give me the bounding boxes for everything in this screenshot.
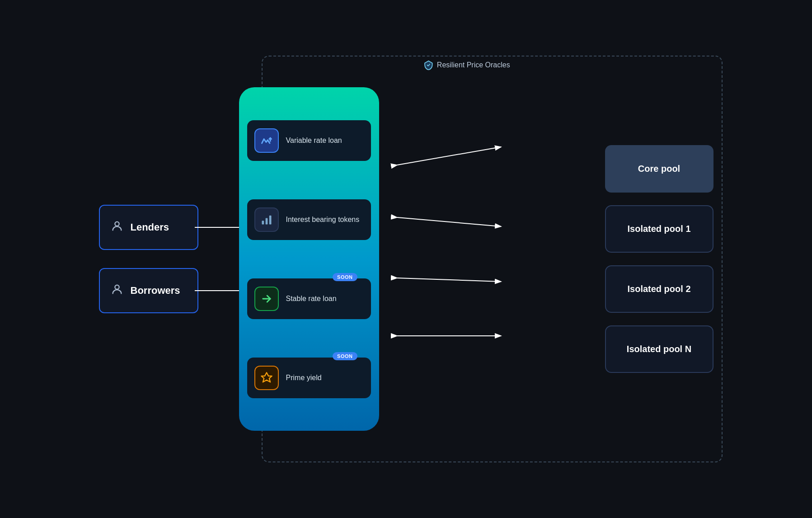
isolated-pool-2-label: Isolated pool 2 xyxy=(627,284,690,294)
svg-rect-12 xyxy=(269,215,271,224)
isolated-pool-2-card: Isolated pool 2 xyxy=(605,265,713,313)
isolated-pool-n-card: Isolated pool N xyxy=(605,325,713,373)
stable-rate-icon-box xyxy=(254,287,279,311)
oracle-text: Resilient Price Oracles xyxy=(437,61,510,69)
feature-interest-bearing: Interest bearing tokens xyxy=(247,199,371,240)
stable-rate-soon-badge: SOON xyxy=(333,273,357,281)
interest-bearing-label: Interest bearing tokens xyxy=(286,216,360,224)
variable-rate-icon-box xyxy=(254,128,279,153)
feature-variable-rate: Variable rate loan xyxy=(247,120,371,161)
prime-yield-icon-box xyxy=(254,366,279,390)
prime-yield-soon-badge: SOON xyxy=(333,352,357,360)
stable-rate-label: Stable rate loan xyxy=(286,295,337,303)
core-pool-card: Core pool xyxy=(605,145,713,193)
user-icon-lenders xyxy=(111,220,123,235)
feature-stable-rate: SOON Stable rate loan xyxy=(247,278,371,319)
pools-panel: Core pool Isolated pool 1 Isolated pool … xyxy=(605,145,713,373)
svg-rect-10 xyxy=(262,221,264,224)
variable-rate-label: Variable rate loan xyxy=(286,137,342,145)
center-panel: Variable rate loan Interest bearing toke… xyxy=(239,87,379,431)
isolated-pool-1-card: Isolated pool 1 xyxy=(605,205,713,253)
prime-yield-label: Prime yield xyxy=(286,374,322,382)
borrowers-card: Borrowers xyxy=(99,268,198,313)
users-panel: Lenders Borrowers xyxy=(99,205,198,313)
lenders-label: Lenders xyxy=(131,221,169,233)
isolated-pool-1-label: Isolated pool 1 xyxy=(627,224,690,234)
diagram-wrapper: Resilient Price Oracles xyxy=(90,38,723,480)
svg-point-9 xyxy=(115,285,119,289)
interest-bearing-icon-box xyxy=(254,207,279,232)
shield-icon xyxy=(423,60,433,70)
oracle-label: Resilient Price Oracles xyxy=(423,60,510,70)
svg-rect-11 xyxy=(265,218,268,224)
svg-point-8 xyxy=(115,221,119,226)
isolated-pool-n-label: Isolated pool N xyxy=(627,344,691,354)
core-pool-label: Core pool xyxy=(638,164,680,174)
lenders-card: Lenders xyxy=(99,205,198,250)
user-icon-borrowers xyxy=(111,283,123,299)
borrowers-label: Borrowers xyxy=(131,285,180,297)
feature-prime-yield: SOON Prime yield xyxy=(247,358,371,398)
